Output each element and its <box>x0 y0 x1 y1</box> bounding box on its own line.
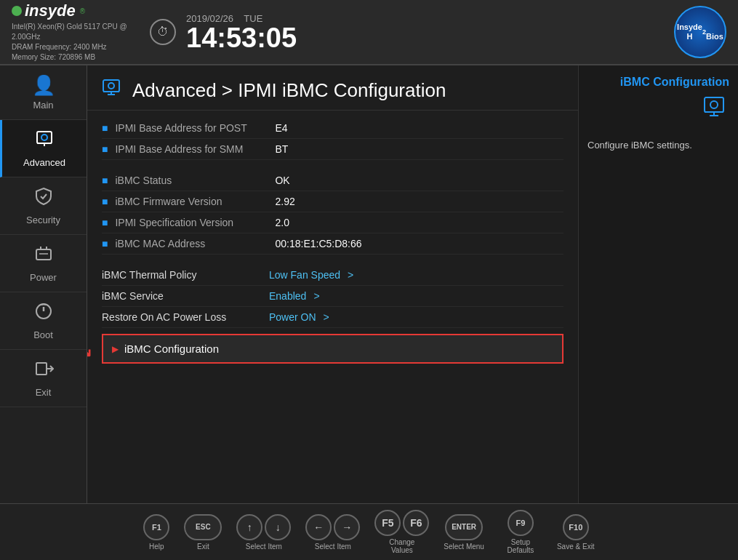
sidebar-item-boot[interactable]: Boot <box>0 292 87 350</box>
f10-button[interactable]: F10 <box>563 514 589 540</box>
value-ibmc-status: OK <box>275 175 289 186</box>
sidebar-item-main[interactable]: 👤 Main <box>0 65 87 120</box>
clock-icon: ⏱ <box>150 19 176 45</box>
f9-label: Setup Defaults <box>499 538 542 554</box>
bios-logo: InsydeH2Bios <box>674 6 726 58</box>
right-button[interactable]: → <box>334 514 360 540</box>
label-ibmc-status: iBMC Status <box>115 175 275 186</box>
leftright-label: Select Item <box>315 543 351 551</box>
key-select-item-leftright: ← → Select Item <box>305 514 360 551</box>
svg-point-1 <box>41 135 47 140</box>
sidebar-item-exit[interactable]: Exit <box>0 350 87 407</box>
clock-area: ⏱ 2019/02/26 TUE 14:53:05 <box>150 13 297 52</box>
value-ipmi-spec: 2.0 <box>275 217 289 228</box>
key-select-item-updown: ↑ ↓ Select Item <box>236 514 291 551</box>
config-row-ibmc-service[interactable]: iBMC Service Enabled > <box>102 286 563 307</box>
time-display: 14:53:05 <box>186 24 297 52</box>
key-f10[interactable]: F10 Save & Exit <box>557 514 595 551</box>
config-row-ibmc-firmware: ■ iBMC Firmware Version 2.92 <box>102 191 563 212</box>
exit-icon <box>33 359 54 384</box>
sidebar: 👤 Main Advanced Security <box>0 65 87 503</box>
logo-area: insyde ® Intel(R) Xeon(R) Gold 5117 CPU … <box>12 1 128 63</box>
f10-label: Save & Exit <box>557 543 595 551</box>
enter-button[interactable]: ENTER <box>445 514 483 540</box>
right-panel: iBMC Configuration Configure iBMC settin… <box>578 65 738 503</box>
label-ibmc-service: iBMC Service <box>102 290 262 302</box>
logo-dot <box>12 6 22 16</box>
updown-label: Select Item <box>246 543 282 551</box>
header-page-icon <box>102 79 124 103</box>
bullet-ibmc-status: ■ <box>102 175 108 186</box>
main-layout: 👤 Main Advanced Security <box>0 65 738 503</box>
label-ibmc-mac: iBMC MAC Address <box>115 238 275 249</box>
page-title: Advanced > IPMI iBMC Configuration <box>132 79 446 102</box>
sidebar-item-advanced[interactable]: Advanced <box>0 120 87 177</box>
topbar: insyde ® Intel(R) Xeon(R) Gold 5117 CPU … <box>0 0 738 65</box>
value-thermal-policy: Low Fan Speed <box>269 269 340 281</box>
main-icon: 👤 <box>32 74 55 97</box>
config-row-restore-power[interactable]: Restore On AC Power Loss Power ON > <box>102 307 563 328</box>
f5f6-pair: F5 F6 <box>374 510 429 536</box>
sidebar-label-security: Security <box>26 215 60 225</box>
label-restore-power: Restore On AC Power Loss <box>102 311 262 323</box>
f6-button[interactable]: F6 <box>403 510 429 536</box>
chevron-service: > <box>313 290 319 302</box>
f5-button[interactable]: F5 <box>374 510 401 536</box>
content-area: Advanced > IPMI iBMC Configuration ■ IPM… <box>87 65 578 503</box>
f1-label: Help <box>149 543 164 551</box>
bottom-bar: F1 Help ESC Exit ↑ ↓ Select Item ← → Sel… <box>0 503 738 560</box>
sidebar-label-boot: Boot <box>33 329 53 340</box>
arrow-updown-pair: ↑ ↓ <box>236 514 291 540</box>
down-button[interactable]: ↓ <box>265 514 291 540</box>
content-header: Advanced > IPMI iBMC Configuration <box>87 65 578 111</box>
arrow-leftright-pair: ← → <box>305 514 360 540</box>
value-ibmc-service: Enabled <box>269 290 306 302</box>
logo-text: insyde <box>25 1 76 20</box>
config-row-ipmi-spec: ■ IPMI Specification Version 2.0 <box>102 212 563 233</box>
logo-insyde: insyde ® <box>12 1 128 20</box>
svg-rect-10 <box>36 363 47 375</box>
label-ipmi-spec: IPMI Specification Version <box>115 217 275 228</box>
value-ipmi-smm: BT <box>275 143 288 155</box>
advanced-icon <box>34 129 55 154</box>
value-ipmi-post: E4 <box>275 122 287 134</box>
config-row-ibmc-status: ■ iBMC Status OK <box>102 170 563 191</box>
value-restore-power: Power ON <box>269 311 316 323</box>
enter-label: Select Menu <box>444 543 484 551</box>
key-f9[interactable]: F9 Setup Defaults <box>499 510 542 554</box>
config-row-ipmi-smm: ■ IPMI Base Address for SMM BT <box>102 139 563 160</box>
up-button[interactable]: ↑ <box>236 514 262 540</box>
label-ibmc-firmware: iBMC Firmware Version <box>115 196 275 207</box>
key-f1[interactable]: F1 Help <box>143 514 169 551</box>
config-row-ipmi-post: ■ IPMI Base Address for POST E4 <box>102 118 563 139</box>
sidebar-item-security[interactable]: Security <box>0 177 87 235</box>
bullet-ipmi-post: ■ <box>102 122 108 134</box>
sidebar-label-advanced: Advanced <box>23 157 65 168</box>
svg-rect-4 <box>36 249 51 260</box>
chevron-thermal: > <box>348 269 353 281</box>
f5f6-label: Change Values <box>380 538 424 554</box>
right-panel-icon <box>587 96 729 125</box>
esc-button[interactable]: ESC <box>184 514 222 540</box>
value-ibmc-mac: 00:18:E1:C5:D8:66 <box>275 238 361 249</box>
config-row-thermal-policy[interactable]: iBMC Thermal Policy Low Fan Speed > <box>102 265 563 286</box>
svg-rect-12 <box>103 80 119 92</box>
f9-button[interactable]: F9 <box>508 510 534 536</box>
sidebar-label-power: Power <box>30 272 57 283</box>
sidebar-label-exit: Exit <box>36 387 52 398</box>
sidebar-item-power[interactable]: Power <box>0 235 87 292</box>
content-body: ■ IPMI Base Address for POST E4 ■ IPMI B… <box>87 111 578 503</box>
config-row-ibmc-mac: ■ iBMC MAC Address 00:18:E1:C5:D8:66 <box>102 233 563 255</box>
svg-rect-0 <box>37 132 52 143</box>
key-enter[interactable]: ENTER Select Menu <box>444 514 484 551</box>
ibmc-config-label: iBMC Configuration <box>124 343 219 355</box>
right-panel-desc: Configure iBMC settings. <box>587 140 729 151</box>
key-esc[interactable]: ESC Exit <box>184 514 222 551</box>
f1-button[interactable]: F1 <box>143 514 169 540</box>
label-ipmi-post: IPMI Base Address for POST <box>115 122 275 134</box>
bullet-ibmc-firmware: ■ <box>102 196 108 207</box>
ibmc-config-row[interactable]: ▶ iBMC Configuration <box>102 334 563 364</box>
left-button[interactable]: ← <box>305 514 332 540</box>
power-icon <box>33 244 54 269</box>
right-panel-title: iBMC Configuration <box>587 76 729 89</box>
